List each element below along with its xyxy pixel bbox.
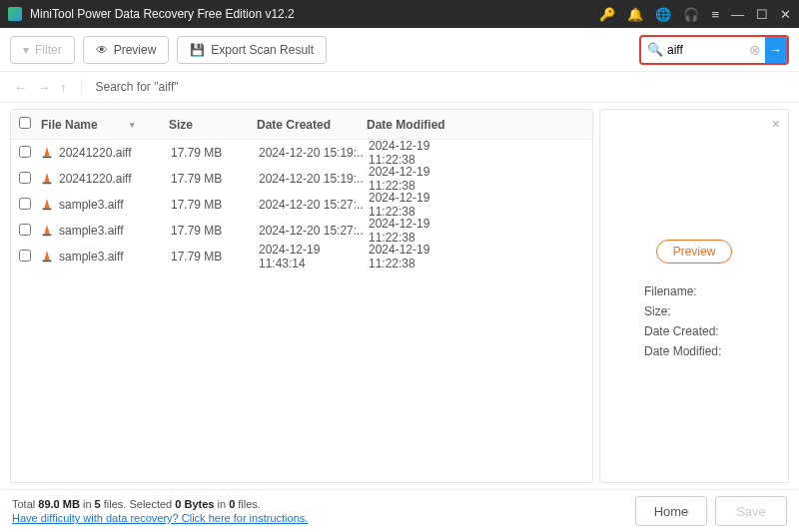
svg-rect-9 bbox=[43, 261, 52, 263]
preview-action-button[interactable]: Preview bbox=[656, 240, 733, 264]
eye-icon: 👁 bbox=[96, 43, 108, 57]
select-all-checkbox[interactable] bbox=[19, 117, 31, 129]
headset-icon[interactable]: 🎧 bbox=[683, 7, 699, 22]
col-created-header[interactable]: Date Created bbox=[257, 118, 367, 132]
preview-filename-label: Filename: bbox=[644, 281, 774, 301]
titlebar: MiniTool Power Data Recovery Free Editio… bbox=[0, 0, 799, 28]
search-icon: 🔍 bbox=[647, 42, 663, 57]
globe-icon[interactable]: 🌐 bbox=[655, 7, 671, 22]
filter-button[interactable]: ▾ Filter bbox=[10, 36, 75, 64]
sort-caret-icon: ▾ bbox=[130, 120, 135, 130]
key-icon[interactable]: 🔑 bbox=[599, 7, 615, 22]
minimize-icon[interactable]: — bbox=[731, 7, 744, 22]
table-row[interactable]: 20241220.aiff17.79 MB2024-12-20 15:19:..… bbox=[11, 166, 592, 192]
search-input[interactable] bbox=[667, 43, 745, 57]
file-modified: 2024-12-19 11:22:38 bbox=[369, 217, 478, 245]
svg-marker-4 bbox=[44, 199, 49, 209]
svg-rect-5 bbox=[43, 209, 52, 211]
row-checkbox[interactable] bbox=[19, 250, 31, 262]
breadcrumb: Search for "aiff" bbox=[96, 80, 179, 94]
clear-search-icon[interactable]: ⊗ bbox=[749, 42, 761, 58]
up-icon[interactable]: ↑ bbox=[60, 80, 67, 95]
table-row[interactable]: sample3.aiff17.79 MB2024-12-20 15:27:..2… bbox=[11, 218, 592, 244]
file-created: 2024-12-20 15:27:.. bbox=[259, 224, 369, 238]
save-button[interactable]: Save bbox=[715, 496, 787, 526]
export-button[interactable]: 💾 Export Scan Result bbox=[177, 36, 327, 64]
home-button[interactable]: Home bbox=[635, 496, 707, 526]
file-name: 20241220.aiff bbox=[59, 172, 171, 186]
file-name: sample3.aiff bbox=[59, 198, 171, 212]
row-checkbox[interactable] bbox=[19, 224, 31, 236]
table-row[interactable]: sample3.aiff17.79 MB2024-12-20 15:27:..2… bbox=[11, 192, 592, 218]
footer-stats: Total 89.0 MB in 5 files. Selected 0 Byt… bbox=[12, 498, 308, 510]
file-created: 2024-12-19 11:43:14 bbox=[259, 243, 369, 270]
svg-rect-3 bbox=[43, 183, 52, 185]
file-rows: 20241220.aiff17.79 MB2024-12-20 15:19:..… bbox=[11, 140, 592, 269]
table-row[interactable]: 20241220.aiff17.79 MB2024-12-20 15:19:..… bbox=[11, 140, 592, 166]
file-size: 17.79 MB bbox=[171, 172, 259, 186]
file-modified: 2024-12-19 11:22:38 bbox=[369, 243, 478, 270]
preview-modified-label: Date Modified: bbox=[644, 341, 774, 361]
file-created: 2024-12-20 15:19:.. bbox=[259, 172, 369, 186]
bell-icon[interactable]: 🔔 bbox=[627, 7, 643, 22]
toolbar: ▾ Filter 👁 Preview 💾 Export Scan Result … bbox=[0, 28, 799, 72]
preview-size-label: Size: bbox=[644, 301, 774, 321]
col-name-header[interactable]: File Name▾ bbox=[39, 118, 169, 132]
file-size: 17.79 MB bbox=[171, 250, 259, 264]
file-modified: 2024-12-19 11:22:38 bbox=[369, 139, 478, 167]
svg-rect-7 bbox=[43, 235, 52, 237]
row-checkbox[interactable] bbox=[19, 198, 31, 210]
file-modified: 2024-12-19 11:22:38 bbox=[369, 191, 478, 219]
file-modified: 2024-12-19 11:22:38 bbox=[369, 165, 478, 193]
file-type-icon bbox=[39, 198, 55, 212]
file-type-icon bbox=[39, 250, 55, 264]
preview-panel: × Preview Filename: Size: Date Created: … bbox=[599, 109, 789, 483]
svg-marker-8 bbox=[44, 251, 49, 261]
menu-icon[interactable]: ≡ bbox=[711, 7, 719, 22]
search-box[interactable]: 🔍 ⊗ → bbox=[639, 35, 789, 65]
row-checkbox[interactable] bbox=[19, 172, 31, 184]
col-modified-header[interactable]: Date Modified bbox=[367, 118, 476, 132]
preview-created-label: Date Created: bbox=[644, 321, 774, 341]
file-size: 17.79 MB bbox=[171, 198, 259, 212]
nav-row: ← → ↑ Search for "aiff" bbox=[0, 72, 799, 102]
filter-icon: ▾ bbox=[23, 43, 29, 57]
svg-marker-2 bbox=[44, 173, 49, 183]
row-checkbox[interactable] bbox=[19, 146, 31, 158]
close-icon[interactable]: ✕ bbox=[780, 7, 791, 22]
svg-marker-0 bbox=[44, 147, 49, 157]
column-headers: File Name▾ Size Date Created Date Modifi… bbox=[11, 110, 592, 140]
preview-button[interactable]: 👁 Preview bbox=[83, 36, 170, 64]
file-created: 2024-12-20 15:19:.. bbox=[259, 146, 369, 160]
file-size: 17.79 MB bbox=[171, 146, 259, 160]
file-list-panel: File Name▾ Size Date Created Date Modifi… bbox=[10, 109, 593, 483]
file-type-icon bbox=[39, 224, 55, 238]
col-size-header[interactable]: Size bbox=[169, 118, 257, 132]
file-name: sample3.aiff bbox=[59, 224, 171, 238]
svg-rect-1 bbox=[43, 157, 52, 159]
forward-icon[interactable]: → bbox=[37, 80, 50, 95]
file-type-icon bbox=[39, 172, 55, 186]
search-go-button[interactable]: → bbox=[765, 37, 787, 63]
table-row[interactable]: sample3.aiff17.79 MB2024-12-19 11:43:142… bbox=[11, 244, 592, 269]
back-icon[interactable]: ← bbox=[14, 80, 27, 95]
file-type-icon bbox=[39, 146, 55, 160]
footer: Total 89.0 MB in 5 files. Selected 0 Byt… bbox=[0, 489, 799, 532]
save-icon: 💾 bbox=[190, 43, 205, 57]
app-title: MiniTool Power Data Recovery Free Editio… bbox=[30, 7, 599, 21]
close-preview-icon[interactable]: × bbox=[772, 116, 780, 132]
file-created: 2024-12-20 15:27:.. bbox=[259, 198, 369, 212]
help-link[interactable]: Have difficulty with data recovery? Clic… bbox=[12, 512, 308, 524]
svg-marker-6 bbox=[44, 225, 49, 235]
app-logo bbox=[8, 7, 22, 21]
maximize-icon[interactable]: ☐ bbox=[756, 7, 768, 22]
file-size: 17.79 MB bbox=[171, 224, 259, 238]
file-name: 20241220.aiff bbox=[59, 146, 171, 160]
file-name: sample3.aiff bbox=[59, 250, 171, 264]
